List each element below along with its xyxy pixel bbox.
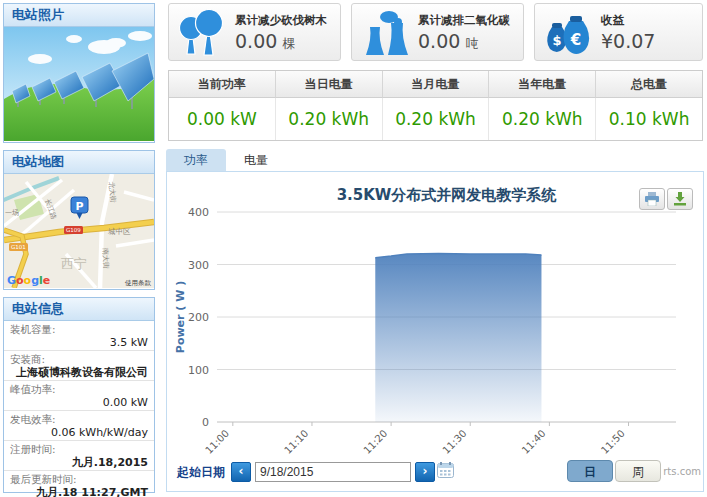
calendar-button[interactable]: [437, 462, 454, 482]
svg-text:300: 300: [188, 259, 209, 272]
map-terms-link[interactable]: 使用条款: [125, 279, 152, 287]
stats-value-total-energy: 0.10 kWh: [596, 98, 702, 140]
info-row-capacity: 装机容量: 3.5 kW: [4, 321, 154, 351]
google-map: 一场 长江路 北大街 南大街 城中区 西宁 G109 G101 P Google…: [4, 174, 154, 288]
co2-reduced-card: 累计减排二氧化碳 0.00 吨: [351, 3, 524, 61]
date-input[interactable]: [255, 462, 411, 482]
station-info-list: 装机容量: 3.5 kW 安装商: 上海硕博科教设备有限公司 峰值功率: 0.0…: [4, 321, 154, 497]
info-label: 注册时间:: [10, 443, 148, 456]
google-logo: Google: [7, 274, 50, 287]
info-value: 3.5 kW: [10, 336, 148, 349]
svg-text:11:30: 11:30: [440, 428, 468, 456]
stats-value-row: 0.00 kW 0.20 kWh 0.20 kWh 0.20 kWh 0.10 …: [169, 98, 702, 140]
info-value: 九月.18 11:27,GMT +8,2015: [10, 486, 148, 497]
svg-text:Power ( W ): Power ( W ): [174, 281, 187, 353]
info-label: 峰值功率:: [10, 383, 148, 396]
card-value: ¥0.07: [601, 30, 655, 52]
info-label: 安装商:: [10, 353, 148, 366]
card-label: 累计减排二氧化碳: [418, 13, 510, 28]
energy-stats-table: 当前功率 当日电量 当月电量 当年电量 总电量 0.00 kW 0.20 kWh…: [168, 70, 703, 141]
map-badge-g109: G109: [66, 227, 81, 233]
info-row-registered: 注册时间: 九月.18,2015: [4, 441, 154, 471]
calendar-icon: [437, 462, 454, 478]
info-row-last-update: 最后更新时间: 九月.18 11:27,GMT +8,2015: [4, 471, 154, 497]
week-toggle-button[interactable]: 周: [615, 460, 661, 482]
solar-panels-photo: [4, 27, 154, 141]
stats-header-daily-energy: 当日电量: [276, 71, 383, 98]
stats-header-monthly-energy: 当月电量: [383, 71, 490, 98]
power-chart-panel: 010020030040011:0011:1011:2011:3011:4011…: [166, 171, 704, 492]
map-label-city: 西宁: [61, 256, 87, 271]
svg-text:200: 200: [188, 311, 209, 324]
card-unit: 棵: [282, 36, 295, 51]
map-label-south-street: 南大街: [101, 248, 110, 269]
station-photo-image: [4, 27, 154, 145]
trees-icon: [175, 9, 229, 57]
cooling-towers-icon: [358, 9, 412, 57]
info-label: 最后更新时间:: [10, 473, 148, 486]
map-canvas[interactable]: 一场 长江路 北大街 南大街 城中区 西宁 G109 G101 P Google…: [4, 174, 154, 292]
highcharts-watermark: rts.com: [663, 466, 701, 477]
svg-text:€: €: [570, 31, 581, 49]
svg-text:3.5KW分布式并网发电教学系统: 3.5KW分布式并网发电教学系统: [337, 186, 558, 204]
svg-text:11:50: 11:50: [599, 428, 627, 456]
svg-text:$: $: [552, 33, 561, 48]
card-value: 0.00: [418, 30, 460, 52]
download-icon: [673, 192, 687, 206]
station-photo-title: 电站照片: [4, 4, 154, 27]
day-toggle-button[interactable]: 日: [567, 460, 613, 482]
info-label: 装机容量:: [10, 323, 148, 336]
stats-value-monthly-energy: 0.20 kWh: [383, 98, 490, 140]
info-row-efficiency: 发电效率: 0.06 kWh/kW/day: [4, 411, 154, 441]
station-info-title: 电站信息: [4, 298, 154, 321]
svg-text:11:00: 11:00: [203, 428, 231, 456]
stats-value-current-power: 0.00 kW: [169, 98, 276, 140]
download-chart-button[interactable]: [667, 188, 693, 210]
station-map-title: 电站地图: [4, 151, 154, 174]
map-label-district: 城中区: [107, 227, 131, 236]
next-date-button[interactable]: ›: [415, 462, 435, 482]
stats-value-daily-energy: 0.20 kWh: [276, 98, 383, 140]
range-toggle: 日 周: [567, 460, 661, 482]
stats-value-yearly-energy: 0.20 kWh: [489, 98, 596, 140]
svg-text:400: 400: [188, 206, 209, 219]
stats-header-yearly-energy: 当年电量: [489, 71, 596, 98]
info-row-peak-power: 峰值功率: 0.00 kW: [4, 381, 154, 411]
svg-text:0: 0: [202, 416, 209, 429]
tab-power[interactable]: 功率: [166, 149, 226, 171]
stats-header-current-power: 当前功率: [169, 71, 276, 98]
info-value: 九月.18,2015: [10, 456, 148, 469]
svg-text:100: 100: [188, 364, 209, 377]
tab-energy[interactable]: 电量: [226, 149, 286, 171]
station-map-panel: 电站地图 一场: [3, 150, 155, 290]
info-label: 发电效率:: [10, 413, 148, 426]
income-card: $ € 收益 ¥0.07: [534, 3, 703, 61]
solar-dashboard: 电站照片: [0, 0, 707, 497]
info-row-installer: 安装商: 上海硕博科教设备有限公司: [4, 351, 154, 381]
svg-text:11:20: 11:20: [361, 428, 389, 456]
print-chart-button[interactable]: [639, 188, 665, 210]
date-controls: 起始日期 ‹ ›: [177, 460, 454, 484]
map-marker-p: P: [75, 200, 83, 213]
card-label: 收益: [601, 13, 655, 28]
card-unit: 吨: [465, 36, 478, 51]
stats-header-total-energy: 总电量: [596, 71, 702, 98]
map-label-plaza: 一场: [5, 209, 19, 217]
info-value: 0.06 kWh/kW/day: [10, 426, 148, 439]
money-bags-icon: $ €: [541, 9, 595, 57]
station-info-panel: 电站信息 装机容量: 3.5 kW 安装商: 上海硕博科教设备有限公司 峰值功率…: [3, 297, 155, 493]
card-label: 累计减少砍伐树木: [235, 13, 327, 28]
station-photo-panel: 电站照片: [3, 3, 155, 143]
prev-date-button[interactable]: ‹: [231, 462, 251, 482]
chart-tabs: 功率 电量: [166, 149, 286, 171]
svg-text:11:10: 11:10: [282, 428, 310, 456]
start-date-label: 起始日期: [177, 464, 225, 481]
power-area-chart: 010020030040011:0011:1011:2011:3011:4011…: [171, 176, 701, 458]
svg-text:11:40: 11:40: [520, 428, 548, 456]
info-value: 0.00 kW: [10, 396, 148, 409]
trees-saved-card: 累计减少砍伐树木 0.00 棵: [168, 3, 341, 61]
map-badge-g101: G101: [11, 244, 26, 250]
printer-icon: [644, 192, 660, 206]
stats-header-row: 当前功率 当日电量 当月电量 当年电量 总电量: [169, 71, 702, 98]
card-value: 0.00: [235, 30, 277, 52]
